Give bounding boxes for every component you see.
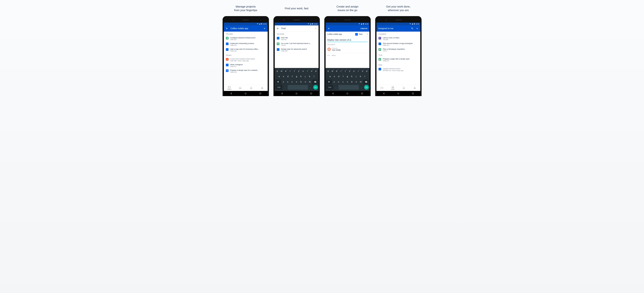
issue-row[interactable]: Prepare a page with a design spec CMA-19… [376,57,420,63]
key-comma[interactable]: , [334,85,338,90]
issue-type-picker[interactable]: Task [354,32,370,37]
key-m[interactable]: m [308,80,312,84]
nav-back[interactable] [230,92,232,95]
key-n[interactable]: n [304,80,308,84]
key-g[interactable]: g [294,74,298,79]
key-b[interactable]: b [299,80,303,84]
issue-row[interactable]: Prepare a design spec for a basket... CM… [224,68,268,74]
issue-row[interactable]: Add a map view for browsing coffee... CM… [224,47,268,53]
key-j[interactable]: j [303,74,307,79]
key-e[interactable]: 3e [284,69,288,73]
close-button[interactable] [328,27,330,30]
search-button[interactable] [411,27,414,30]
issue-row[interactable]: Implement onboarding screens CMA-218 [224,41,268,47]
key-h[interactable]: h [299,74,303,79]
key-m[interactable]: m [359,80,363,84]
key-c[interactable]: c [290,80,294,84]
key-z[interactable]: z [332,80,336,84]
key-a[interactable]: a [277,74,281,79]
add-button[interactable] [416,27,418,30]
key-e[interactable]: 3e [335,69,338,73]
nav-recent[interactable] [310,92,312,95]
key-c[interactable]: c [341,80,345,84]
key-k[interactable]: k [308,74,312,79]
key-a[interactable]: a [328,74,332,79]
nav-recent[interactable] [259,92,262,95]
key-h[interactable]: h [350,74,354,79]
key-p[interactable]: 0p [314,69,318,73]
key-q[interactable]: 1q [326,69,330,73]
key-r[interactable]: 4r [288,69,292,73]
nav-home[interactable] [295,92,298,95]
key-i[interactable]: 8i [356,69,360,73]
nav-home[interactable] [346,92,348,95]
key-y[interactable]: 6y [348,69,352,73]
key-backspace[interactable] [363,80,369,84]
key-n[interactable]: n [354,80,358,84]
key-shift[interactable] [326,80,332,84]
key-period[interactable]: . [359,85,364,90]
create-button[interactable]: CREATE [360,28,368,30]
key-o[interactable]: 9o [360,69,364,73]
issue-row[interactable]: Footer text contains inline styles CMA-2… [224,57,268,63]
key-y[interactable]: 6y [297,69,300,73]
key-space[interactable] [288,85,308,90]
tab-projects[interactable] [376,85,388,91]
key-space[interactable] [338,85,359,90]
issue-row[interactable]: Land a rover on Mars TIS-340 [376,36,420,41]
key-v[interactable]: v [346,80,350,84]
nav-back[interactable] [332,92,334,95]
key-enter[interactable] [313,85,318,90]
key-t[interactable]: 5t [292,69,296,73]
key-q[interactable]: 1q [275,69,279,73]
tab-account[interactable] [257,85,268,91]
key-w[interactable]: 2w [330,69,334,73]
key-v[interactable]: v [294,80,298,84]
filter-dropdown[interactable]: Assigned to me [378,27,409,30]
add-button[interactable] [263,27,266,30]
key-symbols[interactable]: ?123 [275,85,282,90]
clear-search-icon[interactable]: ✕ [315,27,317,30]
tab-notifications[interactable] [246,85,257,91]
key-comma[interactable]: , [283,85,287,90]
issue-row[interactable]: Configure backend infrastructure CMA-214 [224,36,268,41]
key-t[interactable]: 5t [344,69,347,73]
key-s[interactable]: s [332,74,336,79]
key-w[interactable]: 2w [280,69,283,73]
key-s[interactable]: s [282,74,286,79]
key-l[interactable]: l [312,74,316,79]
issue-row[interactable]: Test second iteration of app prototypes … [376,41,420,47]
summary-input[interactable]: Deploy new version of a [328,39,368,42]
nav-home[interactable] [397,92,400,95]
nav-back[interactable] [281,92,283,95]
key-z[interactable]: z [281,80,285,84]
issue-row[interactable]: Design spec for advanced search CMA-199 [275,47,318,53]
tab-projects[interactable]: Projects [224,85,235,91]
tab-issues[interactable]: Issues [388,85,398,91]
key-backspace[interactable] [312,80,318,84]
key-enter[interactable] [364,85,369,90]
key-shift[interactable] [275,80,281,84]
reporter-field[interactable]: Reporter Ann Smith [326,47,370,53]
issue-row[interactable]: As a user I can find important items o..… [275,41,318,47]
key-l[interactable]: l [363,74,367,79]
key-period[interactable]: . [308,85,313,90]
key-u[interactable]: 7u [301,69,305,73]
project-picker[interactable]: Coffee mobile app [326,32,354,37]
key-x[interactable]: x [286,80,290,84]
key-k[interactable]: k [358,74,362,79]
key-f[interactable]: f [290,74,294,79]
back-button[interactable] [276,27,279,30]
back-button[interactable] [226,27,228,30]
description-field[interactable]: Description [328,44,368,45]
tab-account[interactable] [409,85,420,91]
key-d[interactable]: d [286,74,290,79]
tab-issues[interactable] [235,85,246,91]
key-o[interactable]: 9o [310,69,314,73]
key-b[interactable]: b [350,80,354,84]
key-r[interactable]: 4r [339,69,343,73]
more-fields-button[interactable]: ••• More [326,53,370,58]
key-i[interactable]: 8i [306,69,309,73]
key-g[interactable]: g [346,74,350,79]
key-d[interactable]: d [337,74,341,79]
